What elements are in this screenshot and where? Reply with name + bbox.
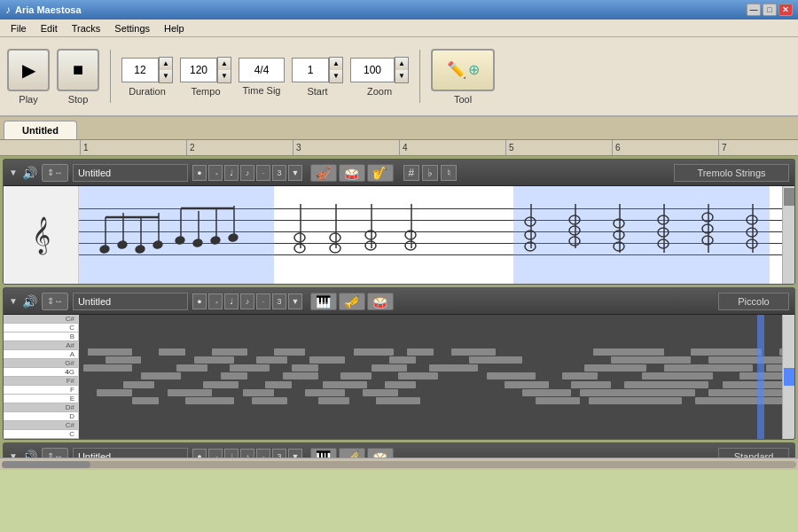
track-2-vscroll[interactable] [782,315,794,439]
hscroll-thumb[interactable] [2,461,90,468]
move-icon-2: ⇕↔ [47,296,63,306]
track-1-volume[interactable]: 🔊 [22,166,37,180]
svg-point-41 [614,242,624,251]
zoom-up[interactable]: ▲ [395,58,408,70]
track-1-move[interactable]: ⇕↔ [42,164,68,182]
minimize-button[interactable]: — [747,4,761,16]
inst-img-drum-3[interactable]: 🥁 [367,448,394,458]
zoom-input[interactable] [350,58,395,82]
svg-point-29 [405,241,416,250]
svg-rect-58 [354,348,394,356]
track-1-sharp-btns: # ♭ ♮ [403,165,457,181]
inst-img-drum-2[interactable]: 🥁 [367,293,394,310]
sharp-btn[interactable]: # [403,165,419,181]
piano-roll-grid[interactable]: .pnote { fill: #888; rx: 2px; } [79,315,782,439]
stop-button[interactable]: ■ [57,49,99,91]
duration-up[interactable]: ▲ [160,58,172,70]
start-input[interactable] [292,58,329,82]
tab-untitled[interactable]: Untitled [4,121,77,139]
timesig-input[interactable] [239,58,285,82]
note-btn-down-3[interactable]: ▼ [288,449,302,458]
note-btn-eighth-2[interactable]: ♪ [240,293,254,309]
tool-button[interactable]: ✏️ ⊕ [431,49,495,91]
duration-input[interactable] [121,58,159,82]
note-btn-triplet-2[interactable]: · [256,293,270,309]
inst-img-2[interactable]: 🥁 [339,164,365,182]
track-2-name[interactable] [73,293,188,310]
track-3-volume[interactable]: 🔊 [22,450,37,458]
note-btn-half-3[interactable]: 𝅗 [208,449,223,458]
zoom-label: Zoom [367,86,392,97]
track-3-arrow[interactable]: ▼ [9,451,18,458]
zoom-control: ▲ ▼ [350,57,409,83]
menu-tracks[interactable]: Tracks [65,21,108,35]
note-btn-eighth-3[interactable]: ♪ [240,449,254,458]
zoom-arrows: ▲ ▼ [395,57,409,83]
inst-img-brass[interactable]: 🎺 [339,293,365,310]
staff[interactable] [79,186,782,284]
inst-img-piano-3[interactable]: 🎹 [310,448,337,458]
note-btn-triplet-3[interactable]: · [256,449,270,458]
close-button[interactable]: ✕ [778,4,793,16]
note-btn-half-2[interactable]: 𝅗 [208,293,223,309]
track-3-instrument-name[interactable]: Standard [718,448,789,458]
natural-btn[interactable]: ♮ [441,165,457,181]
note-btn-half[interactable]: 𝅗 [208,165,223,181]
track-2-move[interactable]: ⇕↔ [42,293,68,310]
inst-img-piano[interactable]: 🎹 [310,293,337,310]
menu-help[interactable]: Help [157,21,192,35]
zoom-down[interactable]: ▼ [395,70,408,82]
track-1-arrow[interactable]: ▼ [9,168,18,177]
inst-img-3[interactable]: 🎷 [367,164,394,182]
svg-point-23 [330,244,340,253]
horizontal-scrollbar[interactable] [0,458,798,470]
note-btn-eighth[interactable]: ♪ [240,165,254,181]
note-btn-down-2[interactable]: ▼ [288,293,302,309]
duration-down[interactable]: ▼ [160,70,172,82]
tempo-up[interactable]: ▲ [218,58,231,70]
note-btn-quarter-3[interactable]: ♩ [224,449,239,458]
tool-label: Tool [454,94,472,105]
note-btn-whole-3[interactable]: ● [192,449,207,458]
scroll-thumb-1 [784,188,794,206]
timeline-ruler: 1 2 3 4 5 6 7 [0,140,798,156]
note-btn-quarter-2[interactable]: ♩ [224,293,239,309]
track-1-instrument-name[interactable]: Tremolo Strings [674,164,789,182]
maximize-button[interactable]: □ [763,4,777,16]
note-btn-3[interactable]: 3 [272,165,286,181]
play-button[interactable]: ▶ [7,49,50,91]
track-1-vscroll[interactable] [782,186,794,284]
track-2-instrument-name[interactable]: Piccolo [718,293,789,310]
inst-img-1[interactable]: 🎻 [310,164,337,182]
svg-rect-65 [194,356,234,364]
inst-img-brass-3[interactable]: 🎺 [339,448,365,458]
ruler-mark-4: 4 [399,140,408,155]
tempo-input[interactable] [180,58,217,82]
track-3-name[interactable] [73,448,188,458]
svg-point-45 [658,239,669,248]
note-btn-down[interactable]: ▼ [288,165,302,181]
start-down[interactable]: ▼ [330,70,342,82]
flat-btn[interactable]: ♭ [422,165,438,181]
note-btn-quarter[interactable]: ♩ [224,165,239,181]
track-2-header: ▼ 🔊 ⇕↔ ● 𝅗 ♩ ♪ · 3 ▼ 🎹 🎺 [4,288,794,315]
start-up[interactable]: ▲ [330,58,342,70]
track-3: ▼ 🔊 ⇕↔ ● 𝅗 ♩ ♪ · 3 ▼ 🎹 🎺 [3,442,795,458]
tempo-down[interactable]: ▼ [218,70,231,82]
svg-rect-71 [708,356,782,364]
svg-rect-86 [398,372,438,379]
track-3-move[interactable]: ⇕↔ [42,448,68,458]
menu-edit[interactable]: Edit [34,21,65,35]
menu-settings[interactable]: Settings [107,21,157,35]
track-2-volume[interactable]: 🔊 [22,294,37,309]
zoom-group: ▲ ▼ Zoom [350,57,409,97]
track-1-name[interactable] [73,164,188,182]
note-btn-triplet[interactable]: · [256,165,270,181]
note-btn-whole[interactable]: ● [192,165,207,181]
track-2-instrument-imgs: 🎹 🎺 🥁 [310,293,394,310]
note-btn-whole-2[interactable]: ● [192,293,207,309]
track-2-arrow[interactable]: ▼ [9,296,18,306]
note-btn-3-3[interactable]: 3 [272,449,286,458]
note-btn-3-2[interactable]: 3 [272,293,286,309]
menu-file[interactable]: File [4,21,34,35]
